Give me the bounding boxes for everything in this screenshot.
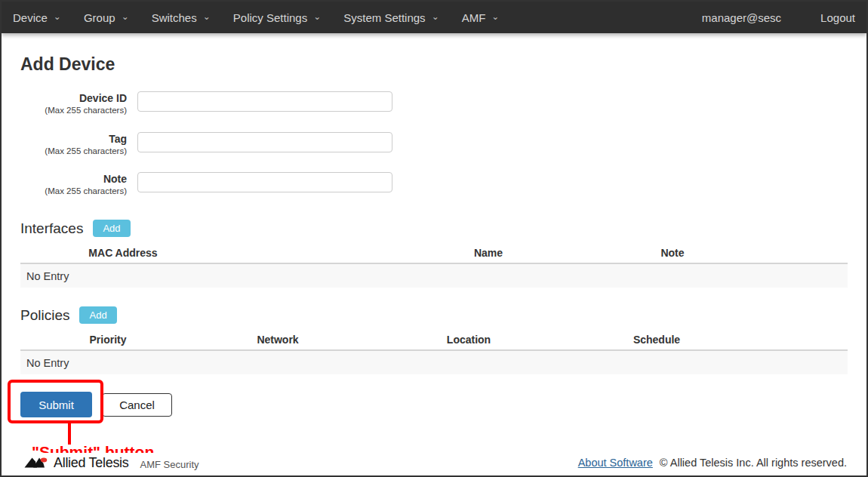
tag-hint: (Max 255 characters) — [20, 146, 127, 157]
interfaces-title: Interfaces — [20, 220, 83, 237]
column-header-network: Network — [257, 334, 298, 346]
form-row-device-id: Device ID (Max 255 characters) — [20, 91, 848, 116]
interfaces-section-title: Interfaces Add — [20, 220, 848, 237]
form-actions: Submit Cancel "Submit" button — [20, 392, 848, 417]
nav-menu: Device ⌄ Group ⌄ Switches ⌄ Policy Setti… — [13, 11, 499, 24]
nav-item-switches[interactable]: Switches ⌄ — [152, 11, 211, 24]
device-id-hint: (Max 255 characters) — [20, 105, 127, 116]
column-header-note: Note — [660, 247, 684, 259]
logged-in-user: manager@sesc — [702, 11, 781, 24]
nav-item-group[interactable]: Group ⌄ — [84, 11, 129, 24]
form-row-note: Note (Max 255 characters) — [20, 172, 848, 197]
column-header-name: Name — [474, 247, 503, 259]
device-id-input[interactable] — [137, 91, 392, 112]
page-title: Add Device — [20, 54, 848, 75]
product-name: AMF Security — [140, 459, 199, 470]
policies-title: Policies — [20, 307, 69, 324]
submit-button[interactable]: Submit — [20, 392, 92, 417]
chevron-down-icon: ⌄ — [313, 12, 321, 21]
note-hint: (Max 255 characters) — [20, 186, 127, 197]
chevron-down-icon: ⌄ — [491, 12, 499, 21]
policies-table-header: Priority Network Location Schedule — [20, 334, 848, 351]
top-navbar: Device ⌄ Group ⌄ Switches ⌄ Policy Setti… — [2, 2, 866, 33]
tag-input[interactable] — [137, 132, 392, 152]
device-id-label: Device ID — [20, 92, 127, 105]
interfaces-table-header: MAC Address Name Note — [20, 247, 848, 264]
copyright-text: © Allied Telesis Inc. All rights reserve… — [660, 457, 847, 469]
cancel-button[interactable]: Cancel — [102, 393, 172, 417]
allied-telesis-logo-icon — [24, 455, 48, 470]
chevron-down-icon: ⌄ — [122, 12, 129, 21]
nav-item-label: Device — [13, 11, 48, 24]
column-header-schedule: Schedule — [633, 334, 680, 346]
nav-item-device[interactable]: Device ⌄ — [13, 11, 61, 24]
interfaces-add-button[interactable]: Add — [93, 220, 130, 237]
column-header-location: Location — [447, 334, 491, 346]
annotation-callout-line — [68, 423, 71, 445]
nav-item-label: System Settings — [343, 11, 425, 24]
column-header-mac-address: MAC Address — [88, 247, 157, 259]
policies-section-title: Policies Add — [20, 306, 848, 324]
amf-security-page: { "navbar": { "items": [ { "label": "Dev… — [0, 0, 868, 477]
nav-item-label: Policy Settings — [233, 11, 307, 24]
chevron-down-icon: ⌄ — [54, 12, 61, 21]
note-label: Note — [20, 173, 127, 186]
interfaces-empty-row: No Entry — [20, 264, 848, 288]
footer: Allied Telesis AMF Security About Softwa… — [2, 453, 866, 475]
chevron-down-icon: ⌄ — [203, 12, 211, 21]
nav-item-policy-settings[interactable]: Policy Settings ⌄ — [233, 11, 321, 24]
nav-item-label: AMF — [462, 11, 486, 24]
chevron-down-icon: ⌄ — [432, 12, 439, 21]
nav-item-amf[interactable]: AMF ⌄ — [462, 11, 500, 24]
note-input[interactable] — [137, 172, 392, 192]
policies-add-button[interactable]: Add — [79, 306, 116, 324]
nav-item-label: Group — [84, 11, 115, 24]
nav-item-label: Switches — [152, 11, 197, 24]
logout-button[interactable]: Logout — [820, 11, 855, 24]
brand-name: Allied Telesis — [54, 455, 129, 471]
form-row-tag: Tag (Max 255 characters) — [20, 132, 848, 157]
main-content: Add Device Device ID (Max 255 characters… — [2, 54, 866, 417]
column-header-priority: Priority — [89, 334, 126, 346]
about-software-link[interactable]: About Software — [578, 457, 653, 469]
nav-item-system-settings[interactable]: System Settings ⌄ — [343, 11, 439, 24]
policies-empty-row: No Entry — [20, 351, 848, 374]
tag-label: Tag — [20, 133, 127, 146]
